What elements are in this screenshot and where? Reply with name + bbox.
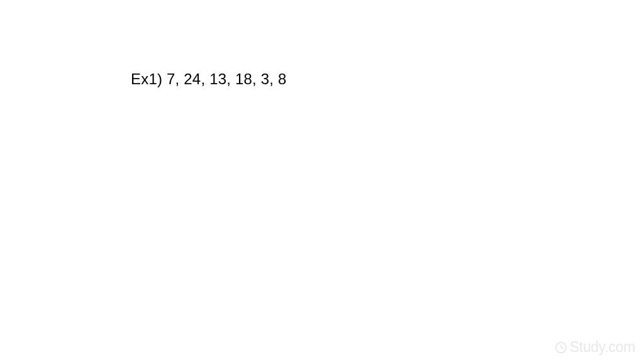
- example-label: Ex1): [131, 70, 162, 87]
- svg-line-2: [561, 348, 564, 349]
- slide-content: Ex1) 7, 24, 13, 18, 3, 8 Study.com: [0, 0, 644, 362]
- example-line: Ex1) 7, 24, 13, 18, 3, 8: [131, 70, 287, 88]
- example-values: 7, 24, 13, 18, 3, 8: [167, 70, 287, 87]
- watermark-text: Study.com: [570, 339, 635, 356]
- watermark: Study.com: [554, 339, 635, 356]
- clock-icon: [554, 341, 568, 354]
